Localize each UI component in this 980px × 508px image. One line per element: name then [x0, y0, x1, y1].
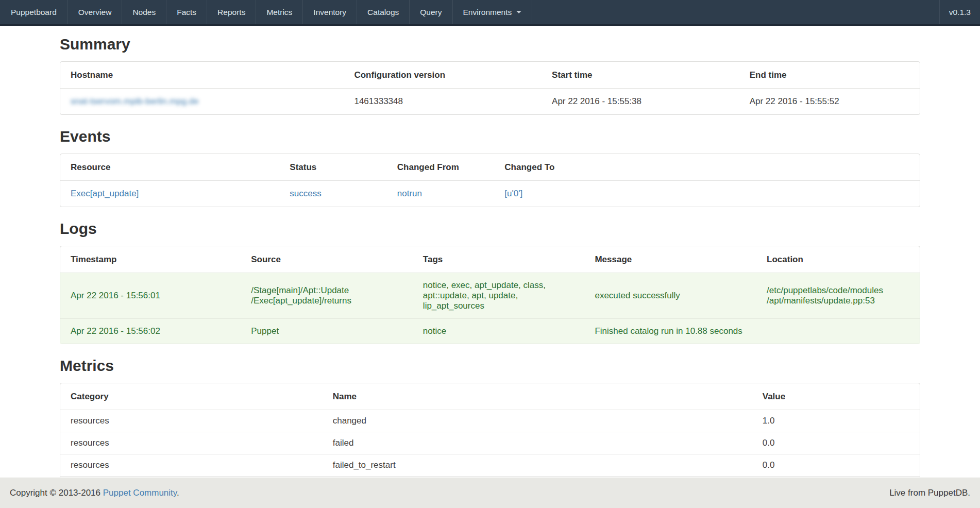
summary-header-row: Hostname Configuration version Start tim…	[60, 62, 920, 88]
nav-item-query-label: Query	[420, 8, 442, 17]
metrics-table: Category Name Value resources changed 1.…	[60, 383, 920, 483]
events-col-changed-from: Changed From	[387, 154, 495, 180]
log-timestamp-cell: Apr 22 2016 - 15:56:01	[60, 273, 241, 318]
summary-end-time-cell: Apr 22 2016 - 15:55:52	[739, 88, 920, 114]
top-navbar: Puppetboard Overview Nodes Facts Reports…	[0, 0, 980, 26]
events-col-resource: Resource	[60, 154, 279, 180]
puppet-community-link[interactable]: Puppet Community	[103, 488, 177, 498]
metric-name-cell: changed	[323, 410, 752, 432]
event-changed-from-link[interactable]: notrun	[397, 189, 422, 198]
logs-col-source: Source	[241, 246, 413, 273]
event-resource-link[interactable]: Exec[apt_update]	[71, 189, 139, 198]
summary-col-configuration-version: Configuration version	[344, 62, 542, 88]
events-table: Resource Status Changed From Changed To …	[60, 154, 920, 207]
logs-header-row: Timestamp Source Tags Message Location	[60, 246, 920, 273]
version-badge: v0.1.3	[939, 0, 980, 24]
logs-col-tags: Tags	[413, 246, 585, 273]
metric-value-cell: 0.0	[752, 432, 920, 454]
log-message-cell: executed successfully	[584, 273, 756, 318]
event-status-cell: success	[279, 180, 387, 207]
nav-item-facts[interactable]: Facts	[166, 0, 207, 24]
nav-item-overview-label: Overview	[78, 8, 112, 17]
nav-item-overview[interactable]: Overview	[68, 0, 123, 24]
metric-category-cell: resources	[60, 432, 323, 454]
hostname-link[interactable]: snat-tservom.mpib-berlin.mpg.de	[71, 96, 198, 106]
summary-hostname-cell: snat-tservom.mpib-berlin.mpg.de	[60, 88, 344, 114]
nav-item-catalogs-label: Catalogs	[367, 8, 399, 17]
summary-configuration-version-cell: 1461333348	[344, 88, 542, 114]
nav-item-metrics-label: Metrics	[266, 8, 292, 17]
logs-col-timestamp: Timestamp	[60, 246, 241, 273]
log-tags-cell: notice, exec, apt_update, class, apt::up…	[413, 273, 585, 318]
summary-start-time-cell: Apr 22 2016 - 15:55:38	[542, 88, 739, 114]
log-location-cell	[756, 318, 920, 344]
metrics-col-category: Category	[60, 383, 323, 410]
nav-item-facts-label: Facts	[177, 8, 196, 17]
metric-row: resources failed_to_restart 0.0	[60, 454, 920, 476]
summary-heading: Summary	[60, 36, 920, 53]
event-row: Exec[apt_update] success notrun [u'0']	[60, 180, 920, 207]
summary-table: Hostname Configuration version Start tim…	[60, 61, 920, 115]
footer-copyright-prefix: Copyright © 2013-2016	[10, 488, 103, 498]
metrics-header-row: Category Name Value	[60, 383, 920, 410]
environments-dropdown[interactable]: Environments	[453, 0, 533, 24]
metric-value-cell: 0.0	[752, 454, 920, 476]
event-status-link[interactable]: success	[290, 189, 321, 198]
events-col-changed-to: Changed To	[494, 154, 920, 180]
nav-item-nodes-label: Nodes	[132, 8, 156, 17]
nav-item-inventory-label: Inventory	[313, 8, 346, 17]
events-col-status: Status	[279, 154, 387, 180]
nav-item-catalogs[interactable]: Catalogs	[357, 0, 410, 24]
main-content: Summary Hostname Configuration version S…	[60, 36, 920, 483]
event-changed-to-link[interactable]: [u'0']	[504, 189, 522, 198]
event-changed-from-cell: notrun	[387, 180, 495, 207]
nav-item-inventory[interactable]: Inventory	[303, 0, 357, 24]
events-header-row: Resource Status Changed From Changed To	[60, 154, 920, 180]
event-resource-cell: Exec[apt_update]	[60, 180, 279, 207]
nav-item-reports[interactable]: Reports	[207, 0, 256, 24]
logs-col-message: Message	[584, 246, 756, 273]
log-source-cell: /Stage[main]/Apt::Update /Exec[apt_updat…	[241, 273, 413, 318]
nav-item-query[interactable]: Query	[410, 0, 452, 24]
metric-value-cell: 1.0	[752, 410, 920, 432]
log-row: Apr 22 2016 - 15:56:02 Puppet notice Fin…	[60, 318, 920, 344]
logs-table: Timestamp Source Tags Message Location A…	[60, 246, 920, 344]
metrics-col-value: Value	[752, 383, 920, 410]
version-label: v0.1.3	[949, 8, 971, 17]
navbar-spacer	[532, 0, 939, 24]
metric-name-cell: failed_to_restart	[323, 454, 752, 476]
log-source-cell: Puppet	[241, 318, 413, 344]
log-timestamp-cell: Apr 22 2016 - 15:56:02	[60, 318, 241, 344]
log-row: Apr 22 2016 - 15:56:01 /Stage[main]/Apt:…	[60, 273, 920, 318]
footer-copyright-suffix: .	[177, 488, 179, 498]
event-changed-to-cell: [u'0']	[494, 180, 920, 207]
metrics-heading: Metrics	[60, 358, 920, 374]
logs-heading: Logs	[60, 221, 920, 237]
summary-col-start-time: Start time	[542, 62, 739, 88]
nav-brand-label: Puppetboard	[11, 8, 57, 17]
log-message-cell: Finished catalog run in 10.88 seconds	[584, 318, 756, 344]
summary-col-hostname: Hostname	[60, 62, 344, 88]
metrics-col-name: Name	[323, 383, 752, 410]
metric-name-cell: failed	[323, 432, 752, 454]
log-tags-cell: notice	[413, 318, 585, 344]
chevron-down-icon	[516, 11, 521, 13]
footer-copyright: Copyright © 2013-2016 Puppet Community.	[10, 488, 179, 498]
page-footer: Copyright © 2013-2016 Puppet Community. …	[0, 478, 980, 508]
metric-row: resources changed 1.0	[60, 410, 920, 432]
summary-col-end-time: End time	[739, 62, 920, 88]
nav-item-reports-label: Reports	[217, 8, 245, 17]
log-location-cell: /etc/puppetlabs/code/modules /apt/manife…	[756, 273, 920, 318]
nav-item-nodes[interactable]: Nodes	[122, 0, 166, 24]
metric-category-cell: resources	[60, 410, 323, 432]
footer-source-note: Live from PuppetDB.	[889, 488, 970, 498]
metric-category-cell: resources	[60, 454, 323, 476]
metric-row: resources failed 0.0	[60, 432, 920, 454]
environments-dropdown-label: Environments	[463, 8, 512, 17]
nav-brand-puppetboard[interactable]: Puppetboard	[0, 0, 68, 24]
summary-row: snat-tservom.mpib-berlin.mpg.de 14613333…	[60, 88, 920, 114]
events-heading: Events	[60, 128, 920, 145]
logs-col-location: Location	[756, 246, 920, 273]
nav-item-metrics[interactable]: Metrics	[256, 0, 303, 24]
